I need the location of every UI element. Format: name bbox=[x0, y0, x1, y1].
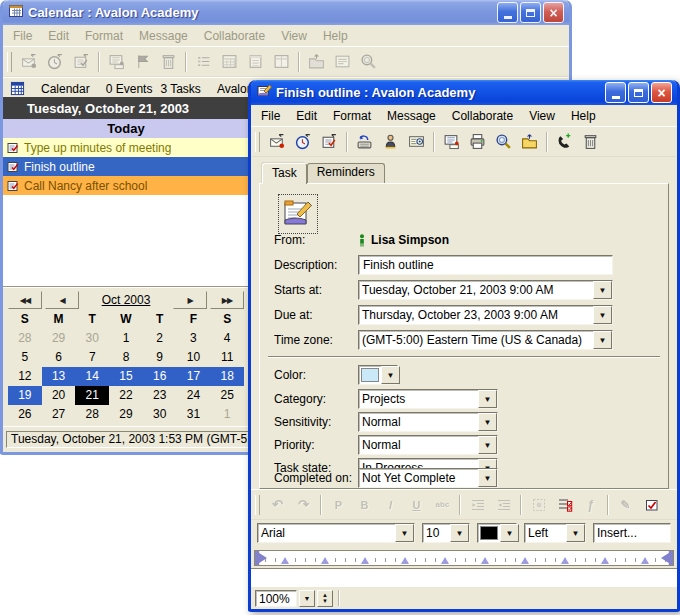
insert-select[interactable]: Insert... bbox=[593, 523, 671, 543]
delete-icon[interactable] bbox=[578, 130, 603, 153]
contact-card-icon[interactable] bbox=[404, 130, 429, 153]
calendar-date[interactable]: 22 bbox=[109, 386, 143, 405]
chevron-down-icon[interactable]: ▼ bbox=[566, 524, 585, 542]
align-select[interactable]: Left ▼ bbox=[524, 523, 586, 543]
new-appointment-icon[interactable] bbox=[291, 130, 316, 153]
chevron-down-icon[interactable]: ▼ bbox=[500, 524, 519, 542]
checklist-icon[interactable] bbox=[552, 493, 577, 516]
calendar-date[interactable]: 27 bbox=[42, 405, 76, 424]
from-value[interactable]: Lisa Simpson bbox=[371, 233, 449, 247]
chevron-down-icon[interactable]: ▼ bbox=[478, 413, 497, 431]
left-indent-marker[interactable] bbox=[255, 551, 267, 565]
folder-icon[interactable] bbox=[517, 130, 542, 153]
minimize-button[interactable] bbox=[605, 82, 626, 103]
calendar-date[interactable]: 28 bbox=[75, 405, 109, 424]
calendar-date[interactable]: 24 bbox=[177, 386, 211, 405]
font-size-select[interactable]: 10 ▼ bbox=[422, 523, 470, 543]
menu-message[interactable]: Message bbox=[131, 27, 196, 45]
chevron-down-icon[interactable]: ▼ bbox=[478, 390, 497, 408]
calendar-date[interactable]: 21 bbox=[75, 386, 109, 405]
toolbar-grip[interactable] bbox=[7, 52, 12, 72]
calendar-date[interactable]: 30 bbox=[143, 405, 177, 424]
timezone-select[interactable]: (GMT-5:00) Eastern Time (US & Canada) ▼ bbox=[358, 330, 613, 350]
zoom-level-field[interactable]: 100% bbox=[255, 590, 297, 607]
starts-at-select[interactable]: Tuesday, October 21, 2003 9:00 AM ▼ bbox=[358, 280, 613, 300]
ruler[interactable] bbox=[254, 550, 674, 566]
calendar-date[interactable]: 9 bbox=[143, 348, 177, 367]
right-indent-marker[interactable] bbox=[661, 551, 673, 565]
close-button[interactable]: × bbox=[651, 82, 672, 103]
chevron-down-icon[interactable]: ▼ bbox=[395, 524, 414, 542]
zoom-dropdown-button[interactable]: ▼ bbox=[299, 590, 315, 607]
calendar-date[interactable]: 28 bbox=[8, 329, 42, 348]
chevron-down-icon[interactable]: ▼ bbox=[593, 306, 612, 324]
month-label[interactable]: Oct 2003 bbox=[82, 293, 170, 307]
calendar-date[interactable]: 13 bbox=[42, 367, 76, 386]
tab-task[interactable]: Task bbox=[262, 163, 307, 184]
compose-icon[interactable] bbox=[352, 130, 377, 153]
sensitivity-select[interactable]: Normal ▼ bbox=[358, 412, 498, 432]
calendar-date[interactable]: 4 bbox=[210, 329, 244, 348]
tab-stop-marker[interactable] bbox=[481, 557, 489, 564]
calendar-date[interactable]: 10 bbox=[177, 348, 211, 367]
calendar-date[interactable]: 18 bbox=[210, 367, 244, 386]
calendar-date[interactable]: 8 bbox=[109, 348, 143, 367]
calendar-date[interactable]: 19 bbox=[8, 386, 42, 405]
menu-view[interactable]: View bbox=[273, 27, 315, 45]
color-select[interactable]: ▼ bbox=[358, 365, 398, 385]
calendar-date[interactable]: 12 bbox=[8, 367, 42, 386]
calendar-date[interactable]: 29 bbox=[42, 329, 76, 348]
task-window-titlebar[interactable]: Finish outline : Avalon Academy × bbox=[251, 80, 677, 105]
calendar-date[interactable]: 20 bbox=[42, 386, 76, 405]
tab-reminders[interactable]: Reminders bbox=[307, 163, 385, 183]
calendar-date[interactable]: 25 bbox=[210, 386, 244, 405]
calendar-window-titlebar[interactable]: Calendar : Avalon Academy × bbox=[3, 0, 569, 25]
calendar-date[interactable]: 1 bbox=[109, 329, 143, 348]
calendar-date[interactable]: 5 bbox=[8, 348, 42, 367]
menu-format[interactable]: Format bbox=[77, 27, 131, 45]
chevron-down-icon[interactable]: ▼ bbox=[450, 524, 469, 542]
calendar-date[interactable]: 7 bbox=[75, 348, 109, 367]
maximize-button[interactable] bbox=[628, 82, 649, 103]
font-family-select[interactable]: Arial ▼ bbox=[257, 523, 415, 543]
find-icon[interactable] bbox=[491, 130, 516, 153]
font-color-select[interactable]: ▼ bbox=[477, 523, 517, 543]
tab-stop-marker[interactable] bbox=[521, 557, 529, 564]
new-task-icon[interactable] bbox=[317, 130, 342, 153]
calendar-date[interactable]: 16 bbox=[143, 367, 177, 386]
priority-select[interactable]: Normal ▼ bbox=[358, 435, 498, 455]
prev-month-button[interactable]: ◀ bbox=[45, 291, 79, 309]
task-item[interactable]: Finish outline bbox=[3, 157, 249, 176]
calendar-date[interactable]: 29 bbox=[109, 405, 143, 424]
prev-year-button[interactable]: ◀◀ bbox=[8, 291, 42, 309]
menu-file[interactable]: File bbox=[5, 27, 40, 45]
calendar-date[interactable]: 2 bbox=[143, 329, 177, 348]
menu-edit[interactable]: Edit bbox=[288, 107, 325, 125]
tab-stop-marker[interactable] bbox=[561, 557, 569, 564]
completed-on-select[interactable]: Not Yet Complete ▼ bbox=[358, 468, 498, 488]
menu-view[interactable]: View bbox=[521, 107, 563, 125]
task-item[interactable]: Type up minutes of meeting bbox=[3, 138, 249, 157]
tab-stop-marker[interactable] bbox=[281, 557, 289, 564]
maximize-button[interactable] bbox=[520, 2, 541, 23]
menu-edit[interactable]: Edit bbox=[40, 27, 77, 45]
menu-message[interactable]: Message bbox=[379, 107, 444, 125]
print-icon[interactable] bbox=[465, 130, 490, 153]
menu-file[interactable]: File bbox=[253, 107, 288, 125]
description-input[interactable] bbox=[358, 255, 613, 275]
menu-format[interactable]: Format bbox=[325, 107, 379, 125]
new-message-icon[interactable] bbox=[265, 130, 290, 153]
tab-stop-marker[interactable] bbox=[641, 557, 649, 564]
view-name-label[interactable]: Calendar bbox=[41, 82, 90, 96]
next-year-button[interactable]: ▶▶ bbox=[210, 291, 244, 309]
menu-help[interactable]: Help bbox=[315, 27, 356, 45]
tab-stop-marker[interactable] bbox=[361, 557, 369, 564]
menu-collaborate[interactable]: Collaborate bbox=[196, 27, 273, 45]
tab-stop-marker[interactable] bbox=[321, 557, 329, 564]
person-icon[interactable] bbox=[378, 130, 403, 153]
calendar-date[interactable]: 23 bbox=[143, 386, 177, 405]
toolbar-grip[interactable] bbox=[255, 495, 260, 515]
call-icon[interactable] bbox=[552, 130, 577, 153]
chevron-down-icon[interactable]: ▼ bbox=[478, 436, 497, 454]
calendar-date[interactable]: 17 bbox=[177, 367, 211, 386]
